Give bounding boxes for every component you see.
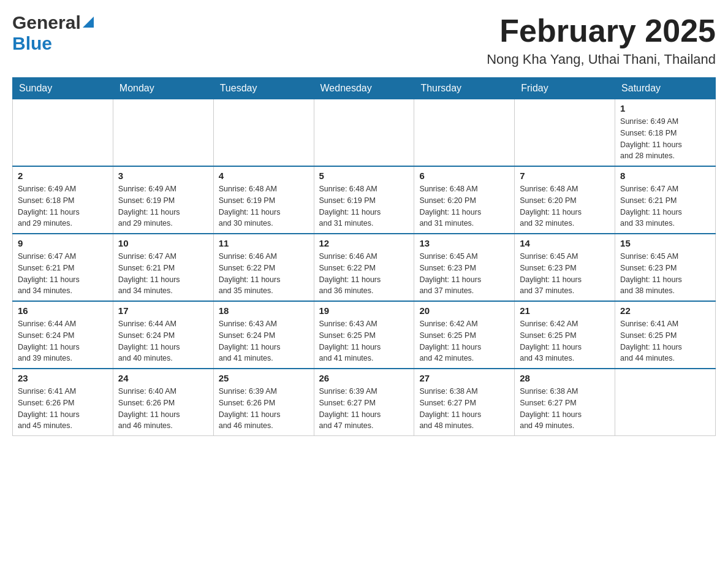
calendar-day-cell [314, 99, 414, 167]
day-info: Sunrise: 6:48 AM Sunset: 6:20 PM Dayligh… [520, 183, 610, 229]
calendar-day-cell: 23Sunrise: 6:41 AM Sunset: 6:26 PM Dayli… [13, 369, 113, 436]
day-info: Sunrise: 6:46 AM Sunset: 6:22 PM Dayligh… [219, 251, 309, 297]
calendar-day-cell: 21Sunrise: 6:42 AM Sunset: 6:25 PM Dayli… [515, 301, 615, 369]
day-info: Sunrise: 6:42 AM Sunset: 6:25 PM Dayligh… [419, 318, 509, 364]
day-info: Sunrise: 6:38 AM Sunset: 6:27 PM Dayligh… [419, 386, 509, 432]
col-monday: Monday [113, 78, 213, 99]
col-friday: Friday [515, 78, 615, 99]
logo: General Blue [12, 12, 94, 54]
day-number: 3 [118, 170, 208, 181]
day-info: Sunrise: 6:40 AM Sunset: 6:26 PM Dayligh… [118, 386, 208, 432]
day-number: 22 [620, 305, 710, 316]
day-info: Sunrise: 6:39 AM Sunset: 6:26 PM Dayligh… [219, 386, 309, 432]
day-info: Sunrise: 6:49 AM Sunset: 6:18 PM Dayligh… [18, 183, 108, 229]
calendar-day-cell: 9Sunrise: 6:47 AM Sunset: 6:21 PM Daylig… [13, 234, 113, 301]
day-info: Sunrise: 6:41 AM Sunset: 6:25 PM Dayligh… [620, 318, 710, 364]
day-info: Sunrise: 6:49 AM Sunset: 6:18 PM Dayligh… [620, 116, 710, 162]
day-number: 1 [620, 103, 710, 113]
day-number: 24 [118, 373, 208, 383]
day-info: Sunrise: 6:48 AM Sunset: 6:19 PM Dayligh… [219, 183, 309, 229]
calendar-day-cell [113, 99, 213, 167]
day-number: 15 [620, 238, 710, 248]
title-section: February 2025 Nong Kha Yang, Uthai Thani… [487, 12, 716, 67]
col-saturday: Saturday [615, 78, 716, 99]
day-number: 14 [520, 238, 610, 248]
day-number: 10 [118, 238, 208, 248]
col-sunday: Sunday [13, 78, 113, 99]
day-number: 5 [319, 170, 409, 181]
day-number: 6 [419, 170, 509, 181]
day-info: Sunrise: 6:44 AM Sunset: 6:24 PM Dayligh… [118, 318, 208, 364]
month-title: February 2025 [487, 12, 716, 49]
location: Nong Kha Yang, Uthai Thani, Thailand [487, 52, 716, 67]
calendar-day-cell: 26Sunrise: 6:39 AM Sunset: 6:27 PM Dayli… [314, 369, 414, 436]
day-info: Sunrise: 6:47 AM Sunset: 6:21 PM Dayligh… [118, 251, 208, 297]
calendar-day-cell: 7Sunrise: 6:48 AM Sunset: 6:20 PM Daylig… [515, 166, 615, 234]
day-info: Sunrise: 6:39 AM Sunset: 6:27 PM Dayligh… [319, 386, 409, 432]
day-info: Sunrise: 6:45 AM Sunset: 6:23 PM Dayligh… [520, 251, 610, 297]
calendar-week-row: 2Sunrise: 6:49 AM Sunset: 6:18 PM Daylig… [13, 166, 716, 234]
calendar-day-cell: 15Sunrise: 6:45 AM Sunset: 6:23 PM Dayli… [615, 234, 716, 301]
calendar-week-row: 23Sunrise: 6:41 AM Sunset: 6:26 PM Dayli… [13, 369, 716, 436]
calendar-day-cell: 17Sunrise: 6:44 AM Sunset: 6:24 PM Dayli… [113, 301, 213, 369]
calendar-day-cell: 14Sunrise: 6:45 AM Sunset: 6:23 PM Dayli… [515, 234, 615, 301]
calendar-day-cell: 1Sunrise: 6:49 AM Sunset: 6:18 PM Daylig… [615, 99, 716, 167]
day-info: Sunrise: 6:47 AM Sunset: 6:21 PM Dayligh… [18, 251, 108, 297]
calendar-day-cell [414, 99, 515, 167]
calendar-day-cell: 27Sunrise: 6:38 AM Sunset: 6:27 PM Dayli… [414, 369, 515, 436]
day-info: Sunrise: 6:43 AM Sunset: 6:24 PM Dayligh… [219, 318, 309, 364]
calendar-day-cell [615, 369, 716, 436]
calendar-day-cell: 2Sunrise: 6:49 AM Sunset: 6:18 PM Daylig… [13, 166, 113, 234]
calendar-day-cell [13, 99, 113, 167]
calendar-day-cell: 25Sunrise: 6:39 AM Sunset: 6:26 PM Dayli… [213, 369, 314, 436]
day-info: Sunrise: 6:43 AM Sunset: 6:25 PM Dayligh… [319, 318, 409, 364]
col-tuesday: Tuesday [213, 78, 314, 99]
day-info: Sunrise: 6:46 AM Sunset: 6:22 PM Dayligh… [319, 251, 409, 297]
day-number: 23 [18, 373, 108, 383]
calendar-day-cell: 5Sunrise: 6:48 AM Sunset: 6:19 PM Daylig… [314, 166, 414, 234]
day-number: 7 [520, 170, 610, 181]
page-container: General Blue February 2025 Nong Kha Yang… [12, 12, 716, 436]
day-number: 20 [419, 305, 509, 316]
logo-general: General [12, 12, 81, 33]
calendar-day-cell: 8Sunrise: 6:47 AM Sunset: 6:21 PM Daylig… [615, 166, 716, 234]
day-number: 9 [18, 238, 108, 248]
calendar-header-row: Sunday Monday Tuesday Wednesday Thursday… [13, 78, 716, 99]
calendar-day-cell: 13Sunrise: 6:45 AM Sunset: 6:23 PM Dayli… [414, 234, 515, 301]
day-info: Sunrise: 6:41 AM Sunset: 6:26 PM Dayligh… [18, 386, 108, 432]
day-number: 25 [219, 373, 309, 383]
calendar-day-cell: 3Sunrise: 6:49 AM Sunset: 6:19 PM Daylig… [113, 166, 213, 234]
day-number: 8 [620, 170, 710, 181]
calendar-day-cell: 18Sunrise: 6:43 AM Sunset: 6:24 PM Dayli… [213, 301, 314, 369]
calendar-day-cell: 19Sunrise: 6:43 AM Sunset: 6:25 PM Dayli… [314, 301, 414, 369]
day-number: 13 [419, 238, 509, 248]
calendar-day-cell: 28Sunrise: 6:38 AM Sunset: 6:27 PM Dayli… [515, 369, 615, 436]
day-info: Sunrise: 6:48 AM Sunset: 6:20 PM Dayligh… [419, 183, 509, 229]
day-info: Sunrise: 6:49 AM Sunset: 6:19 PM Dayligh… [118, 183, 208, 229]
calendar-day-cell: 6Sunrise: 6:48 AM Sunset: 6:20 PM Daylig… [414, 166, 515, 234]
calendar-week-row: 1Sunrise: 6:49 AM Sunset: 6:18 PM Daylig… [13, 99, 716, 167]
calendar-week-row: 16Sunrise: 6:44 AM Sunset: 6:24 PM Dayli… [13, 301, 716, 369]
day-number: 2 [18, 170, 108, 181]
day-info: Sunrise: 6:44 AM Sunset: 6:24 PM Dayligh… [18, 318, 108, 364]
day-number: 12 [319, 238, 409, 248]
day-number: 11 [219, 238, 309, 248]
col-wednesday: Wednesday [314, 78, 414, 99]
header: General Blue February 2025 Nong Kha Yang… [12, 12, 716, 67]
calendar-day-cell [213, 99, 314, 167]
day-info: Sunrise: 6:42 AM Sunset: 6:25 PM Dayligh… [520, 318, 610, 364]
calendar-day-cell: 11Sunrise: 6:46 AM Sunset: 6:22 PM Dayli… [213, 234, 314, 301]
day-info: Sunrise: 6:48 AM Sunset: 6:19 PM Dayligh… [319, 183, 409, 229]
calendar-week-row: 9Sunrise: 6:47 AM Sunset: 6:21 PM Daylig… [13, 234, 716, 301]
day-number: 27 [419, 373, 509, 383]
col-thursday: Thursday [414, 78, 515, 99]
day-info: Sunrise: 6:38 AM Sunset: 6:27 PM Dayligh… [520, 386, 610, 432]
calendar-day-cell [515, 99, 615, 167]
calendar-day-cell: 20Sunrise: 6:42 AM Sunset: 6:25 PM Dayli… [414, 301, 515, 369]
calendar-day-cell: 4Sunrise: 6:48 AM Sunset: 6:19 PM Daylig… [213, 166, 314, 234]
day-number: 17 [118, 305, 208, 316]
day-number: 26 [319, 373, 409, 383]
logo-triangle-icon [83, 17, 94, 28]
day-info: Sunrise: 6:47 AM Sunset: 6:21 PM Dayligh… [620, 183, 710, 229]
calendar-table: Sunday Monday Tuesday Wednesday Thursday… [12, 77, 716, 436]
